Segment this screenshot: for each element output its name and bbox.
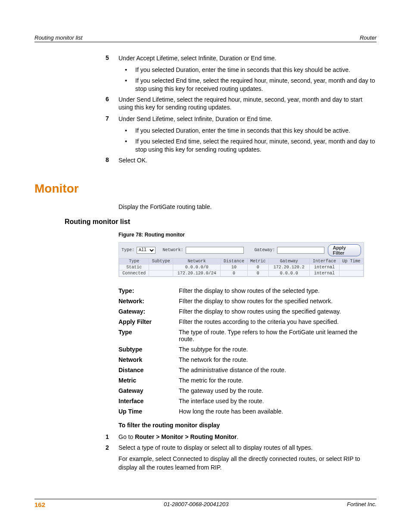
def-val: FIlter the routes according to the crite… — [179, 318, 364, 325]
step-text: Under Send Lifetime, select Infinite, Du… — [118, 115, 377, 123]
bullet-text: If you selected End time, select the req… — [135, 137, 377, 154]
section-heading: Monitor — [34, 182, 377, 196]
def-key: Metric — [118, 377, 179, 384]
bullet-dot-icon: • — [125, 127, 135, 135]
apply-filter-button[interactable]: Apply Filter — [328, 244, 361, 256]
step-5: 5 Under Accept Lifetime, select Infinite… — [106, 54, 377, 62]
bullet: •If you selected Duration, enter the tim… — [125, 127, 377, 135]
def-key: Subtype — [118, 346, 179, 353]
def-val: FIlter the display to show routes using … — [179, 308, 364, 315]
col-uptime: Up Time — [339, 258, 364, 264]
col-distance: Distance — [221, 258, 248, 264]
step-text: Go to Router > Monitor > Routing Monitor… — [118, 433, 377, 442]
step-8: 8 Select OK. — [106, 156, 377, 165]
step-num: 1 — [106, 433, 118, 442]
procedure-heading: To filter the routing monitor display — [118, 422, 377, 429]
bullet: •If you selected End time, select the re… — [125, 137, 377, 154]
gateway-input[interactable] — [277, 247, 324, 254]
gateway-label: Gateway: — [254, 248, 275, 252]
def-val: FIlter the display to show routes of the… — [179, 287, 364, 294]
def-key: Type: — [118, 287, 179, 294]
step-num: 6 — [106, 96, 118, 112]
figure-caption: Figure 78: Routing monitor — [118, 232, 377, 238]
def-val: The metric for the route. — [179, 377, 364, 384]
def-val: The gateway used by the route. — [179, 387, 364, 394]
col-network: Network — [173, 258, 221, 264]
step-num: 5 — [106, 54, 118, 62]
step-6: 6 Under Send Lifetime, select the requir… — [106, 96, 377, 112]
table-row: Connected 172.20.120.0/24 0 0 0.0.0.0 in… — [119, 270, 364, 276]
company: Fortinet Inc. — [347, 501, 377, 508]
section-intro: Display the FortiGate routing table. — [118, 203, 377, 210]
bullet-text: If you selected Duration, enter the time… — [135, 66, 350, 74]
header-right: Router — [360, 34, 377, 41]
def-key: Gateway: — [118, 308, 179, 315]
type-label: Type: — [121, 248, 134, 252]
col-gateway: Gateway — [268, 258, 309, 264]
col-subtype: Subtype — [149, 258, 173, 264]
step-5-bullets: •If you selected Duration, enter the tim… — [125, 66, 377, 93]
table-header-row: Type Subtype Network Distance Metric Gat… — [119, 258, 364, 264]
step-text: Select a type of route to display or sel… — [118, 444, 377, 452]
bullet: •If you selected Duration, enter the tim… — [125, 66, 377, 74]
doc-id: 01-28007-0068-20041203 — [164, 501, 228, 508]
subsection-heading: Routing monitor list — [65, 218, 377, 226]
def-key: Up Time — [118, 408, 179, 415]
network-input[interactable] — [186, 247, 244, 254]
step-num: 7 — [106, 115, 118, 123]
routing-monitor-figure: Type: All Network: Gateway: Apply Filter… — [118, 242, 364, 277]
def-key: Interface — [118, 398, 179, 404]
page-footer: 162 01-28007-0068-20041203 Fortinet Inc. — [34, 499, 377, 508]
def-key: Network — [118, 356, 179, 363]
header-left: Routing monitor list — [34, 34, 82, 41]
def-val: How long the route has been available. — [179, 408, 364, 415]
proc-step-2-cont: For example, select Connected to display… — [118, 455, 377, 472]
def-val: FIlter the display to show routes for th… — [179, 298, 364, 305]
bullet-dot-icon: • — [125, 77, 135, 93]
step-text: Under Accept Lifetime, select Infinite, … — [118, 54, 377, 62]
field-definitions: Type:FIlter the display to show routes o… — [118, 287, 364, 415]
def-key: Gateway — [118, 387, 179, 394]
bullet: •If you selected End time, select the re… — [125, 77, 377, 93]
bullet-dot-icon: • — [125, 66, 135, 74]
routing-table: Type Subtype Network Distance Metric Gat… — [119, 258, 364, 277]
step-7: 7 Under Send Lifetime, select Infinite, … — [106, 115, 377, 123]
def-key: Distance — [118, 367, 179, 373]
network-label: Network: — [163, 248, 184, 252]
step-text: Under Send Lifetime, select the required… — [118, 96, 377, 112]
col-type: Type — [119, 258, 149, 264]
page-number: 162 — [34, 501, 45, 508]
bullet-dot-icon: • — [125, 137, 135, 154]
step-7-bullets: •If you selected Duration, enter the tim… — [125, 127, 377, 154]
proc-step-1: 1 Go to Router > Monitor > Routing Monit… — [106, 433, 377, 442]
def-val: The interface used by the route. — [179, 398, 364, 404]
def-key: Apply Filter — [118, 318, 179, 325]
bullet-text: If you selected Duration, enter the time… — [135, 127, 350, 135]
def-key: Type — [118, 329, 179, 342]
type-select[interactable]: All — [137, 247, 156, 254]
col-metric: Metric — [247, 258, 268, 264]
step-text: Select OK. — [118, 156, 377, 165]
filter-bar: Type: All Network: Gateway: Apply Filter — [119, 243, 364, 258]
page-header: Routing monitor list Router — [34, 34, 377, 42]
def-val: The administrative distance of the route… — [179, 367, 364, 373]
def-key: Network: — [118, 298, 179, 305]
def-val: The network for the route. — [179, 356, 364, 363]
proc-step-2: 2 Select a type of route to display or s… — [106, 444, 377, 452]
col-interface: Interface — [309, 258, 339, 264]
def-val: The type of route. Type refers to how th… — [179, 329, 364, 342]
def-val: The subtype for the route. — [179, 346, 364, 353]
step-num: 2 — [106, 444, 118, 452]
bullet-text: If you selected End time, select the req… — [135, 77, 377, 93]
step-num: 8 — [106, 156, 118, 165]
table-row: Static 0.0.0.0/0 10 0 172.20.120.2 inter… — [119, 264, 364, 270]
